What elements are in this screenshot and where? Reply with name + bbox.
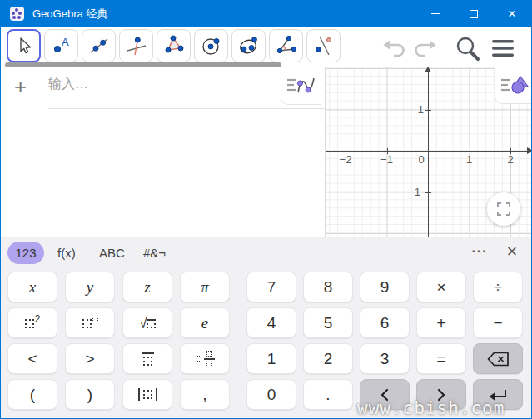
tab-fx[interactable]: f(x) [51, 242, 82, 264]
key-backspace[interactable] [473, 343, 523, 374]
x-tick-label: 1 [466, 153, 472, 166]
menu-button[interactable] [490, 38, 515, 58]
tab-123[interactable]: 123 [7, 242, 44, 264]
key-power[interactable] [65, 307, 115, 338]
key-arrow-left[interactable] [360, 379, 410, 410]
key-x[interactable]: x [7, 272, 57, 302]
tool-move-button[interactable] [7, 29, 41, 62]
keyboard-close-button[interactable]: × [499, 239, 525, 264]
key-3[interactable]: 3 [360, 343, 410, 374]
polygon-icon [163, 35, 185, 57]
key-minus[interactable]: − [473, 307, 523, 338]
y-tick-label: −1 [402, 186, 420, 198]
arrow-left-icon [379, 388, 390, 402]
tool-ellipse-button[interactable] [231, 29, 266, 62]
graphics-style-button[interactable] [495, 67, 532, 104]
key-2[interactable]: 2 [303, 343, 353, 374]
y-tick-label: 1 [405, 103, 424, 116]
key-mixed-number[interactable] [180, 343, 230, 374]
key-greater-than[interactable]: > [65, 343, 115, 374]
key-6[interactable]: 6 [360, 307, 410, 338]
tool-point-button[interactable]: A [44, 29, 78, 62]
key-plus[interactable]: + [416, 307, 466, 338]
key-paren-close[interactable]: ) [65, 379, 115, 410]
key-equals[interactable]: = [416, 343, 466, 374]
arrow-right-icon [435, 388, 447, 402]
key-9[interactable]: 9 [360, 272, 410, 302]
angle-icon: α [276, 35, 297, 57]
graphics-style-icon [500, 74, 530, 97]
key-5[interactable]: 5 [303, 307, 353, 338]
key-comma[interactable]: , [180, 379, 230, 410]
key-4[interactable]: 4 [246, 307, 296, 338]
input-underline [48, 108, 325, 109]
tool-line-button[interactable] [82, 29, 116, 62]
key-paren-open[interactable]: ( [7, 379, 57, 410]
key-square[interactable]: 2 [7, 307, 57, 338]
title-bar: GeoGebra 经典 × [1, 1, 531, 27]
keyboard-more-button[interactable]: ··· [467, 240, 492, 262]
circle-center-point-icon [201, 35, 222, 57]
move-cursor-icon [14, 36, 34, 56]
sqrt-icon: √ [139, 314, 156, 332]
square-icon: 2 [25, 314, 41, 332]
key-recurring-decimal[interactable] [122, 343, 172, 374]
close-icon: × [508, 7, 516, 21]
svg-text:A: A [62, 36, 69, 48]
key-divide[interactable]: ÷ [473, 272, 523, 302]
x-tick-label: −1 [380, 153, 393, 166]
key-pi[interactable]: π [180, 272, 230, 302]
x-tick-label: 0 [418, 153, 424, 166]
undo-icon [383, 38, 408, 58]
tool-reflect-button[interactable] [306, 29, 341, 62]
key-decimal-point[interactable]: . [303, 379, 353, 410]
geogebra-logo-icon [10, 7, 24, 21]
main-area: + 输入… [1, 67, 531, 237]
redo-button[interactable] [410, 37, 437, 60]
add-input-icon[interactable]: + [14, 74, 27, 100]
tab-abc[interactable]: ABC [92, 242, 132, 264]
fullscreen-button[interactable] [487, 192, 520, 226]
key-enter[interactable] [473, 379, 523, 410]
algebra-input[interactable]: 输入… [48, 76, 273, 96]
key-0[interactable]: 0 [246, 379, 296, 410]
key-e[interactable]: e [180, 307, 230, 338]
key-z[interactable]: z [122, 272, 172, 302]
y-axis-arrow-icon [425, 67, 431, 72]
key-less-than[interactable]: < [7, 343, 57, 374]
window-title: GeoGebra 经典 [32, 7, 107, 22]
key-multiply[interactable]: × [416, 272, 466, 302]
tool-polygon-button[interactable] [157, 29, 191, 62]
tool-angle-button[interactable]: α [269, 29, 303, 62]
virtual-keyboard: 123 f(x) ABC #&¬ ··· × x y z π 7 8 9 × ÷ [1, 237, 531, 419]
reflect-about-line-icon [313, 35, 335, 57]
key-1[interactable]: 1 [246, 343, 296, 374]
x-axis-arrow-icon [527, 147, 532, 154]
algebra-style-button[interactable] [281, 67, 321, 105]
key-8[interactable]: 8 [303, 272, 353, 302]
enter-icon [488, 388, 508, 402]
line-icon [88, 35, 110, 57]
algebra-style-icon [286, 74, 317, 97]
tool-intersect-button[interactable] [119, 29, 153, 62]
undo-button[interactable] [382, 37, 409, 60]
menu-icon [491, 39, 515, 57]
search-icon [455, 35, 481, 62]
abs-icon [138, 388, 157, 401]
key-7[interactable]: 7 [246, 272, 296, 302]
minimize-button[interactable] [416, 1, 455, 27]
minimize-icon [431, 13, 440, 14]
key-abs[interactable] [122, 379, 172, 410]
algebra-view: + 输入… [1, 67, 325, 237]
tab-special[interactable]: #&¬ [137, 242, 172, 264]
search-button[interactable] [453, 34, 483, 62]
tool-circle-button[interactable] [194, 29, 228, 62]
key-y[interactable]: y [65, 272, 115, 302]
key-sqrt[interactable]: √ [122, 307, 172, 338]
toolbar: A α [1, 27, 531, 67]
close-button[interactable]: × [493, 1, 531, 27]
key-arrow-right[interactable] [416, 379, 466, 410]
maximize-button[interactable] [455, 1, 493, 27]
backspace-icon [487, 352, 510, 367]
graphics-view[interactable]: −2 −1 0 1 2 1 −1 [326, 67, 532, 237]
